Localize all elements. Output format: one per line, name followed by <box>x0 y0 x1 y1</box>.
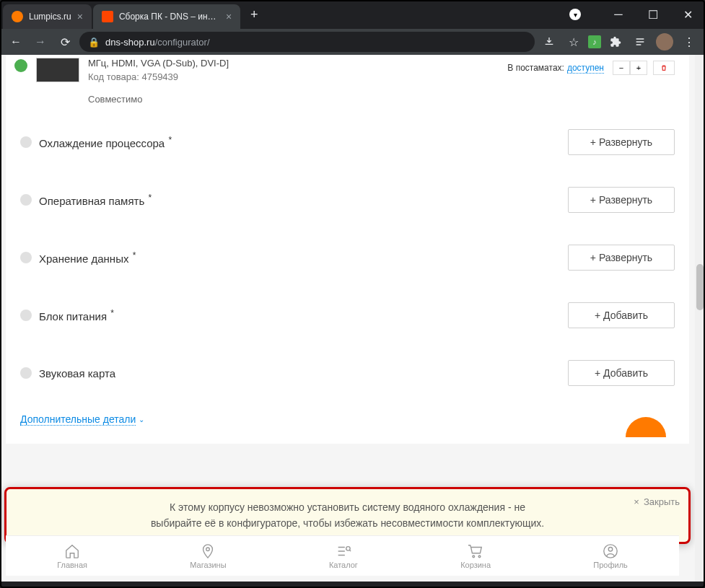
new-tab-button[interactable]: + <box>250 7 258 22</box>
more-details-label: Дополнительные детали <box>20 413 136 426</box>
nav-label: Магазины <box>190 561 226 569</box>
expand-button[interactable]: + Развернуть <box>568 245 675 271</box>
svg-point-0 <box>206 547 210 550</box>
tab-favicon <box>102 11 113 22</box>
category-row-psu: Блок питания * + Добавить <box>20 286 675 344</box>
browser-tab-active[interactable]: Сборка ПК - DNS – интернет ма × <box>93 4 240 29</box>
status-circle-icon <box>20 310 32 321</box>
required-asterisk: * <box>130 250 136 260</box>
reading-list-icon[interactable] <box>630 32 650 52</box>
tab-close-icon[interactable]: × <box>77 11 83 22</box>
window-minimize-icon[interactable]: ─ <box>604 4 633 25</box>
extension-music-icon[interactable]: ♪ <box>588 35 601 48</box>
scrollbar-thumb[interactable] <box>696 264 704 310</box>
category-row-storage: Хранение данных * + Развернуть <box>20 229 675 286</box>
extensions-icon[interactable] <box>605 32 626 52</box>
tab-favicon <box>12 11 23 22</box>
availability-link[interactable]: доступен <box>567 63 604 74</box>
warning-text: К этому корпусу невозможно установить си… <box>146 499 550 532</box>
install-icon[interactable] <box>539 32 559 52</box>
expand-button[interactable]: + Развернуть <box>568 129 675 155</box>
browser-titlebar: Lumpics.ru × Сборка ПК - DNS – интернет … <box>0 0 705 29</box>
tab-title: Lumpics.ru <box>29 12 71 22</box>
nav-catalog[interactable]: Каталог <box>329 543 358 569</box>
window-maximize-icon[interactable]: ☐ <box>639 4 667 25</box>
svg-point-5 <box>608 547 613 551</box>
music-indicator-icon[interactable]: ▾ <box>569 9 581 20</box>
add-button[interactable]: + Добавить <box>568 302 675 328</box>
product-spec: МГц, HDMI, VGA (D-Sub), DVI-D] <box>88 58 499 69</box>
status-circle-icon <box>20 136 32 148</box>
browser-toolbar: ← → ⟳ 🔒 dns-shop.ru/configurator/ ☆ ♪ ⋮ <box>0 29 705 55</box>
category-name: Оперативная память <box>39 195 144 207</box>
browser-tab[interactable]: Lumpics.ru × <box>3 4 92 29</box>
product-image[interactable] <box>36 58 79 82</box>
bottom-nav: Главная Магазины Каталог Корзина Профиль <box>6 535 679 576</box>
category-row-cooling: Охлаждение процессора * + Развернуть <box>20 113 675 171</box>
availability-label: В постаматах: <box>507 63 564 73</box>
nav-label: Корзина <box>460 561 491 569</box>
category-row-sound: Звуковая карта + Добавить <box>20 344 675 402</box>
nav-cart[interactable]: Корзина <box>460 543 491 569</box>
tab-close-icon[interactable]: × <box>226 11 232 22</box>
window-close-icon[interactable]: ✕ <box>673 4 702 25</box>
pin-icon <box>200 543 216 559</box>
address-bar[interactable]: 🔒 dns-shop.ru/configurator/ <box>79 32 535 52</box>
category-name: Звуковая карта <box>39 367 115 379</box>
profile-avatar[interactable] <box>654 32 675 52</box>
nav-label: Каталог <box>329 561 358 569</box>
home-icon <box>64 543 80 559</box>
svg-point-2 <box>473 555 475 557</box>
check-circle-icon <box>14 59 27 72</box>
category-name: Блок питания <box>39 310 107 322</box>
more-details-link[interactable]: Дополнительные детали⌄ <box>20 402 675 444</box>
required-asterisk: * <box>166 135 172 145</box>
nav-profile[interactable]: Профиль <box>593 543 628 569</box>
product-code: 4759439 <box>141 71 178 82</box>
url-path: /configurator/ <box>155 37 210 48</box>
svg-point-3 <box>478 555 481 557</box>
add-button[interactable]: + Добавить <box>568 360 675 386</box>
page-content: МГц, HDMI, VGA (D-Sub), DVI-D] Код товар… <box>0 55 705 582</box>
tab-title: Сборка ПК - DNS – интернет ма <box>119 12 220 22</box>
product-code-label: Код товара: <box>88 71 139 82</box>
nav-label: Главная <box>57 561 87 569</box>
qty-increase-button[interactable]: + <box>630 61 647 75</box>
required-asterisk: * <box>146 193 152 203</box>
back-button[interactable]: ← <box>6 32 26 52</box>
warning-close-button[interactable]: × Закрыть <box>634 496 680 507</box>
expand-button[interactable]: + Развернуть <box>568 187 675 213</box>
category-name: Охлаждение процессора <box>39 137 165 149</box>
catalog-icon <box>336 543 351 559</box>
nav-stores[interactable]: Магазины <box>190 543 226 569</box>
qty-decrease-button[interactable]: − <box>613 61 630 75</box>
lock-icon: 🔒 <box>88 37 100 48</box>
close-icon: × <box>634 496 639 507</box>
close-label: Закрыть <box>644 496 680 507</box>
category-row-ram: Оперативная память * + Развернуть <box>20 171 675 229</box>
cart-icon <box>468 543 483 559</box>
reload-button[interactable]: ⟳ <box>55 32 75 52</box>
bookmark-star-icon[interactable]: ☆ <box>564 32 584 52</box>
required-asterisk: * <box>108 308 114 318</box>
status-circle-icon <box>20 367 32 379</box>
remove-button[interactable] <box>653 61 675 75</box>
status-circle-icon <box>20 194 32 206</box>
forward-button[interactable]: → <box>30 32 51 52</box>
compatibility-text: Совместимо <box>88 94 499 105</box>
chevron-down-icon: ⌄ <box>139 416 144 424</box>
user-icon <box>603 543 618 559</box>
menu-icon[interactable]: ⋮ <box>679 32 699 52</box>
url-host: dns-shop.ru <box>105 37 155 48</box>
status-circle-icon <box>20 252 32 263</box>
product-row: МГц, HDMI, VGA (D-Sub), DVI-D] Код товар… <box>20 55 675 113</box>
nav-label: Профиль <box>593 561 628 569</box>
scrollbar-track[interactable] <box>695 55 705 582</box>
category-name: Хранение данных <box>39 253 128 265</box>
nav-home[interactable]: Главная <box>57 543 87 569</box>
